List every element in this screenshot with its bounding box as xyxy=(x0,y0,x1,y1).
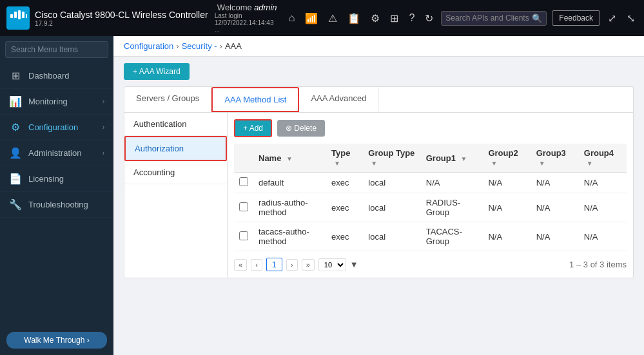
last-page-button[interactable]: » xyxy=(302,259,315,271)
cell-type: exec xyxy=(326,222,363,251)
delete-button[interactable]: ⊗ Delete xyxy=(277,120,325,137)
row-checkbox[interactable] xyxy=(239,177,248,186)
grid-icon[interactable]: ⊞ xyxy=(387,11,401,26)
sub-nav: Authentication Authorization Accounting xyxy=(124,113,228,278)
next-page-button[interactable]: › xyxy=(286,259,298,271)
welcome-text: Welcome admin xyxy=(217,3,277,12)
cell-group1: RADIUS-Group xyxy=(421,193,483,222)
main-layout: ⊞ Dashboard 📊 Monitoring › ⚙ Configurati… xyxy=(0,36,644,355)
pagination-info: 1 – 3 of 3 items xyxy=(569,260,627,269)
cell-name: default xyxy=(253,173,326,193)
chevron-right-icon: › xyxy=(102,98,104,105)
first-page-button[interactable]: « xyxy=(234,259,247,271)
col-type: Type ▼ xyxy=(326,144,363,173)
sidebar-item-label: Administration xyxy=(28,148,96,158)
aaa-wizard-button[interactable]: + AAA Wizard xyxy=(124,63,190,80)
type-filter-icon[interactable]: ▼ xyxy=(334,160,340,167)
col-name: Name ▼ xyxy=(253,144,326,173)
sub-nav-authentication[interactable]: Authentication xyxy=(124,113,227,136)
sidebar-item-administration[interactable]: 👤 Administration › xyxy=(0,140,113,166)
chevron-right-icon: › xyxy=(102,149,104,157)
sub-nav-accounting[interactable]: Accounting xyxy=(124,161,227,184)
col-group-type: Group Type ▼ xyxy=(363,144,420,173)
table-row: default exec local N/A N/A N/A N/A xyxy=(234,173,627,193)
header-checkbox-cell xyxy=(234,144,253,173)
current-page: 1 xyxy=(266,258,282,271)
troubleshooting-icon: 🔧 xyxy=(9,198,22,211)
breadcrumb-security[interactable]: Security - xyxy=(182,41,217,51)
svg-rect-3 xyxy=(22,12,24,18)
breadcrumb-current: AAA xyxy=(225,41,242,51)
sidebar-item-label: Licensing xyxy=(28,174,104,184)
row-checkbox[interactable] xyxy=(239,202,248,211)
sub-nav-authorization[interactable]: Authorization xyxy=(124,136,227,161)
row-checkbox-cell[interactable] xyxy=(234,173,253,193)
walk-through-button[interactable]: Walk Me Through › xyxy=(6,332,107,349)
add-button[interactable]: + Add xyxy=(234,119,272,137)
search-icon: 🔍 xyxy=(532,14,542,23)
sidebar-item-configuration[interactable]: ⚙ Configuration › xyxy=(0,115,113,140)
alert-icon[interactable]: ⚠ xyxy=(326,11,340,26)
wifi-icon[interactable]: 📶 xyxy=(302,11,320,26)
cell-group2: N/A xyxy=(483,173,531,193)
cell-group2: N/A xyxy=(483,193,531,222)
cell-group3: N/A xyxy=(531,173,579,193)
app-title: Cisco Catalyst 9800-CL Wireless Controll… xyxy=(35,10,208,20)
header-icons: ⌂ 📶 ⚠ 📋 ⚙ ⊞ ? ↻ 🔍 Feedback ⤢ ⤡ xyxy=(286,10,638,26)
file-icon[interactable]: 📋 xyxy=(345,11,363,26)
dashboard-icon: ⊞ xyxy=(9,70,22,82)
monitoring-icon: 📊 xyxy=(9,95,22,108)
group-type-filter-icon[interactable]: ▼ xyxy=(371,160,377,167)
licensing-icon: 📄 xyxy=(9,173,22,185)
home-icon[interactable]: ⌂ xyxy=(286,11,298,25)
per-page-select[interactable]: 10 25 50 xyxy=(318,258,346,271)
svg-rect-2 xyxy=(18,10,21,19)
row-checkbox-cell[interactable] xyxy=(234,222,253,251)
table-row: radius-autho-method exec local RADIUS-Gr… xyxy=(234,193,627,222)
row-checkbox-cell[interactable] xyxy=(234,193,253,222)
cell-group2: N/A xyxy=(483,222,531,251)
cell-type: exec xyxy=(326,173,363,193)
tab-aaa-advanced[interactable]: AAA Advanced xyxy=(299,87,378,112)
group2-filter-icon[interactable]: ▼ xyxy=(491,160,497,167)
content-wrapper: + AAA Wizard Servers / Groups AAA Method… xyxy=(113,57,644,355)
row-checkbox[interactable] xyxy=(239,231,248,240)
username: admin xyxy=(254,3,277,12)
sidebar-item-label: Troubleshooting xyxy=(28,200,104,209)
sidebar-item-label: Monitoring xyxy=(28,97,96,106)
sidebar-search-input[interactable] xyxy=(5,41,108,58)
breadcrumb-configuration[interactable]: Configuration xyxy=(124,41,173,51)
tab-aaa-method-list[interactable]: AAA Method List xyxy=(211,87,299,112)
cell-group4: N/A xyxy=(579,173,627,193)
table-area: + Add ⊗ Delete Name ▼ xyxy=(228,113,633,278)
group3-filter-icon[interactable]: ▼ xyxy=(539,160,545,167)
sidebar-item-dashboard[interactable]: ⊞ Dashboard xyxy=(0,63,113,89)
sidebar-item-licensing[interactable]: 📄 Licensing xyxy=(0,166,113,192)
help-icon[interactable]: ? xyxy=(406,11,417,25)
api-search-input[interactable] xyxy=(445,14,529,23)
gear-icon[interactable]: ⚙ xyxy=(368,11,382,26)
cell-type: exec xyxy=(326,193,363,222)
external-icon[interactable]: ⤡ xyxy=(624,11,638,26)
group4-filter-icon[interactable]: ▼ xyxy=(587,160,593,167)
configuration-icon: ⚙ xyxy=(9,121,22,133)
tab-servers-groups[interactable]: Servers / Groups xyxy=(124,87,211,112)
cell-group3: N/A xyxy=(531,193,579,222)
cell-group4: N/A xyxy=(579,222,627,251)
sidebar-item-troubleshooting[interactable]: 🔧 Troubleshooting xyxy=(0,192,113,218)
refresh-icon[interactable]: ↻ xyxy=(422,11,436,26)
cell-group1: TACACS-Group xyxy=(421,222,483,251)
prev-page-button[interactable]: ‹ xyxy=(251,259,262,271)
cell-name: radius-autho-method xyxy=(253,193,326,222)
group1-filter-icon[interactable]: ▼ xyxy=(461,155,467,162)
col-group3: Group3 ▼ xyxy=(531,144,579,173)
sidebar-item-monitoring[interactable]: 📊 Monitoring › xyxy=(0,89,113,115)
sidebar-search[interactable] xyxy=(0,36,113,63)
aaa-table: Name ▼ Type ▼ Group Type ▼ xyxy=(234,144,627,251)
per-page-arrow: ▼ xyxy=(350,260,358,269)
name-filter-icon[interactable]: ▼ xyxy=(286,155,293,162)
expand-icon[interactable]: ⤢ xyxy=(605,11,619,26)
col-group2: Group2 ▼ xyxy=(483,144,531,173)
feedback-button[interactable]: Feedback xyxy=(552,10,600,26)
api-search-box[interactable]: 🔍 xyxy=(441,11,547,26)
